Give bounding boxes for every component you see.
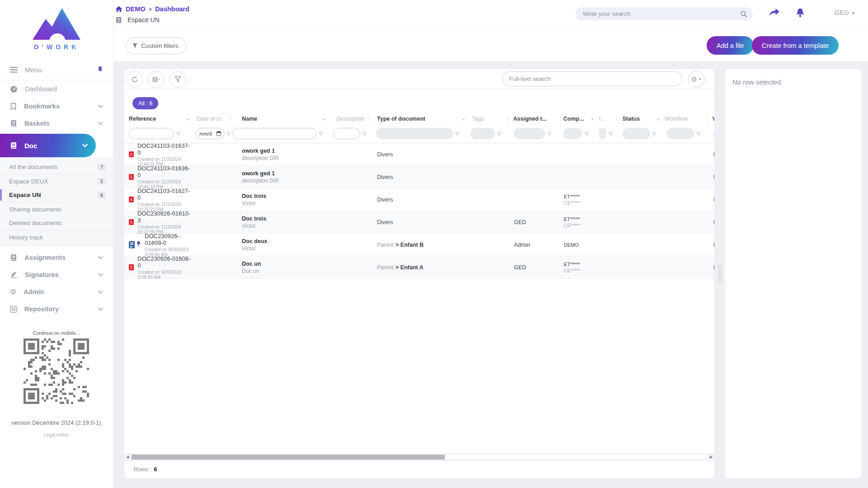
- breadcrumb-current[interactable]: Dashboard: [155, 5, 189, 13]
- column-header-company[interactable]: Comp...▸: [561, 113, 597, 124]
- hamburger-icon[interactable]: [10, 67, 18, 73]
- assigned-filter-input[interactable]: [514, 128, 545, 139]
- sidebar-item-bookmarks[interactable]: Bookmarks: [0, 98, 113, 115]
- funnel-icon[interactable]: ▽: [227, 131, 231, 136]
- workflow-filter-input[interactable]: [667, 128, 694, 139]
- sidebar-item-deleted-documents[interactable]: Deleted documents: [0, 216, 113, 230]
- sidebar-item-admin[interactable]: ⚙ Admin: [0, 283, 113, 300]
- sidebar-item-dashboard[interactable]: Dashboard: [0, 80, 113, 98]
- column-header-assigned[interactable]: Assigned t...: [509, 113, 561, 124]
- funnel-icon[interactable]: ▽: [652, 131, 656, 136]
- cell-type: Divers: [368, 166, 468, 188]
- pdf-file-icon: [129, 263, 134, 271]
- table-settings-button[interactable]: ⚙ ▼: [688, 71, 705, 88]
- funnel-icon[interactable]: ▽: [547, 131, 551, 136]
- tags-filter-input[interactable]: [470, 128, 495, 139]
- home-icon[interactable]: [115, 6, 123, 13]
- funnel-icon[interactable]: ▽: [497, 131, 501, 136]
- add-file-button[interactable]: Add a file: [707, 36, 754, 55]
- submenu-label: Deleted documents: [9, 220, 106, 226]
- sidebar-item-espace-deux[interactable]: Espace DEUX 1: [0, 174, 113, 188]
- funnel-icon[interactable]: ▽: [585, 131, 588, 136]
- sidebar-item-all-documents[interactable]: All the documents 7: [0, 160, 113, 174]
- fulltext-search-input[interactable]: [509, 75, 675, 82]
- app-logo[interactable]: O'WORK: [0, 0, 113, 60]
- table-row[interactable]: DOC241103-01637-0Created on 11/3/2024 10…: [124, 143, 714, 166]
- date-filter-input[interactable]: mm/d: [196, 128, 225, 139]
- sidebar-item-history-track[interactable]: History track: [0, 230, 113, 244]
- column-header-status[interactable]: Status▸: [617, 113, 662, 124]
- cell-date: [192, 188, 231, 211]
- submenu-label: Sharing documents: [9, 206, 106, 213]
- funnel-icon[interactable]: ▽: [176, 131, 180, 136]
- pin-icon[interactable]: [97, 66, 103, 73]
- legal-notice-link[interactable]: Legal notice: [0, 432, 113, 437]
- table-row[interactable]: DOC241103-01636-0Created on 11/3/2024 10…: [124, 166, 714, 188]
- search-icon[interactable]: [740, 10, 747, 18]
- funnel-icon[interactable]: ▽: [697, 131, 700, 136]
- column-header-workflow[interactable]: Workflow: [662, 113, 708, 124]
- scroll-right-arrow-icon[interactable]: ▶: [708, 454, 714, 460]
- column-header-date[interactable]: Date of cr...: [192, 113, 231, 124]
- cell-description: [328, 234, 368, 256]
- column-header-clipped[interactable]: Y: [708, 113, 714, 124]
- cell-date: [192, 234, 231, 256]
- clipped-filter-input[interactable]: [713, 128, 714, 139]
- column-header-reference[interactable]: Reference▸: [126, 113, 192, 124]
- cell-assigned: [509, 166, 561, 188]
- cell-name: owork ged 1description DIR: [231, 143, 328, 165]
- sidebar-item-sharing-documents[interactable]: Sharing documents: [0, 202, 113, 216]
- filter-all-badge[interactable]: All : 6: [132, 97, 158, 109]
- sidebar-item-baskets[interactable]: Baskets: [0, 115, 113, 132]
- create-from-template-button[interactable]: Create from a template: [752, 36, 839, 55]
- refresh-button[interactable]: [126, 71, 143, 88]
- table-row[interactable]: DOC230926-01610-3Created on 11/3/2024 10…: [124, 211, 714, 234]
- funnel-icon[interactable]: ▽: [609, 131, 612, 136]
- filter-button[interactable]: [170, 71, 186, 88]
- sidebar-item-repository[interactable]: Repository: [0, 300, 113, 318]
- column-header-name[interactable]: Name▸: [231, 113, 328, 124]
- cell-name: owork ged 1description DIR: [231, 166, 328, 188]
- cell-assigned: GED: [509, 211, 561, 233]
- columns-button[interactable]: [148, 71, 165, 88]
- doc-type: > Enfant A: [396, 264, 424, 271]
- sidebar-item-signatures[interactable]: Signatures: [0, 266, 113, 283]
- sidebar-item-doc[interactable]: Doc: [0, 134, 96, 157]
- submenu-label: All the documents: [9, 164, 98, 170]
- sidebar-item-espace-un[interactable]: Espace UN 6: [0, 188, 113, 202]
- description-filter-input[interactable]: [333, 128, 360, 139]
- scroll-left-arrow-icon[interactable]: ◀: [124, 454, 131, 460]
- table-row[interactable]: DOC230926-01608-0Created on 9/26/2023 3:…: [124, 256, 714, 279]
- i-filter-input[interactable]: [599, 128, 606, 139]
- type-filter-input[interactable]: [376, 128, 453, 139]
- column-header-description[interactable]: Description: [328, 113, 368, 124]
- funnel-icon[interactable]: ▽: [319, 131, 322, 136]
- company-filter-input[interactable]: [563, 128, 582, 139]
- funnel-icon[interactable]: ▽: [455, 131, 459, 136]
- breadcrumb-root[interactable]: DEMO: [126, 5, 146, 13]
- table-footer: Rows : 6: [124, 460, 714, 478]
- scrollbar-thumb[interactable]: [132, 455, 445, 460]
- global-search-input[interactable]: [583, 10, 740, 17]
- funnel-icon[interactable]: ▽: [363, 131, 366, 136]
- reference-filter-input[interactable]: [129, 128, 174, 139]
- doc-name-sub: Victor: [242, 245, 267, 252]
- table-row[interactable]: DOC241103-01627-0Created on 11/3/2024 10…: [124, 188, 714, 211]
- name-filter-input[interactable]: [232, 128, 316, 139]
- sidebar-item-assignments[interactable]: Assignments: [0, 249, 113, 266]
- bell-icon[interactable]: [795, 8, 805, 19]
- cell-tags: [468, 188, 509, 211]
- column-header-i[interactable]: I...: [597, 113, 617, 124]
- column-header-type[interactable]: Type of document▸: [368, 113, 468, 124]
- horizontal-scrollbar[interactable]: ◀ ▶: [124, 454, 714, 460]
- panel-resize-handle[interactable]: [718, 265, 722, 282]
- cell-reference: DOC230926-01610-3Created on 11/3/2024 10…: [126, 211, 192, 233]
- doc-type: Divers: [377, 197, 393, 203]
- status-filter-input[interactable]: [623, 128, 650, 139]
- user-menu[interactable]: GED▼: [835, 9, 855, 16]
- column-header-tags[interactable]: Tags: [468, 113, 509, 124]
- custom-filters-button[interactable]: Custom filters: [126, 38, 186, 54]
- main-content: ⚙ ▼ All : 6 Reference▸ Date of cr... Nam…: [113, 62, 868, 488]
- table-row[interactable]: DOC230926-01609-0Created on 9/26/2023 3:…: [124, 234, 714, 256]
- share-icon[interactable]: [769, 8, 780, 18]
